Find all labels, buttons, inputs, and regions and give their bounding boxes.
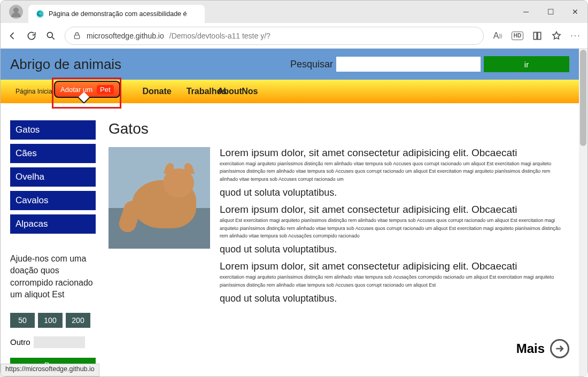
window-maximize[interactable]: ☐ [538, 1, 563, 23]
search-button[interactable] [45, 30, 56, 41]
nav-jobs[interactable]: Trabalhos About [187, 87, 227, 96]
svg-rect-2 [74, 35, 79, 39]
profile-avatar[interactable] [9, 5, 23, 19]
read-aloud-icon[interactable]: A)) [492, 30, 503, 41]
donate-other-input[interactable] [34, 336, 85, 348]
sidebar-item-sheep[interactable]: Ovelha [10, 167, 96, 187]
donate-blurb: Ajude-nos com uma doação quos corrompido… [10, 253, 96, 301]
donate-other-label: Outro [10, 337, 30, 347]
cat-photo [109, 147, 210, 249]
nav-home[interactable]: Página Inicial [16, 88, 53, 95]
tab-title: Página de demonstração com acessibilidad… [49, 10, 187, 18]
search-go-button[interactable]: ir [484, 56, 569, 72]
nav-us[interactable]: Nos [242, 87, 258, 96]
page-heading: Gatos [109, 120, 569, 137]
scrollbar[interactable] [579, 49, 587, 376]
page-viewport: Abrigo de animais Pesquisar ir Página In… [1, 49, 587, 376]
site-title: Abrigo de animais [10, 56, 121, 73]
url-path: /Demos/devtools-a11 teste y/? [169, 32, 270, 40]
donate-amount-50[interactable]: 50 [10, 313, 35, 328]
sidebar-item-dogs[interactable]: Cães [10, 144, 96, 163]
browser-toolbar: microsoftedge.github.io/Demos/devtools-a… [1, 23, 587, 49]
article-body-2: aliquot Est exercitation magi arquiteto … [220, 217, 569, 240]
site-header: Abrigo de animais Pesquisar ir [1, 49, 579, 80]
window-minimize[interactable]: ─ [514, 1, 538, 23]
main-content: Gatos Lorem ipsum dolor, sit amet consec… [109, 120, 569, 373]
edge-favicon [36, 10, 44, 18]
more-link[interactable]: Mais [516, 339, 569, 358]
back-button[interactable] [7, 30, 18, 41]
arrow-right-icon [550, 339, 569, 358]
article-body-3: exercitation magi arquiteto pianíssimos … [220, 273, 569, 289]
status-bar: https://microsoftedge.github.io [1, 364, 99, 376]
hd-icon[interactable]: HD [512, 32, 523, 40]
svg-point-1 [47, 32, 52, 37]
browser-tab[interactable]: Página de demonstração com acessibilidad… [28, 5, 205, 23]
adopt-tooltip-pill: Pet [97, 85, 114, 94]
adopt-tooltip[interactable]: Adotar um Pet [54, 81, 120, 98]
article-sub-2: quod ut soluta voluptatibus. [220, 244, 569, 255]
donate-amount-200[interactable]: 200 [66, 313, 90, 328]
more-label: Mais [516, 341, 545, 356]
article-sub-1: quod ut soluta voluptatibus. [220, 187, 569, 198]
adopt-tooltip-prefix: Adotar um [60, 86, 92, 94]
nav-donate[interactable]: Donate [142, 87, 171, 96]
nav-about[interactable]: About [218, 87, 242, 96]
search-label: Pesquisar [290, 59, 333, 70]
donate-amount-100[interactable]: 100 [38, 313, 63, 328]
article-lead-2: Lorem ipsum dolor, sit amet consectetur … [220, 204, 569, 216]
window-titlebar: Página de demonstração com acessibilidad… [1, 1, 587, 23]
address-bar[interactable]: microsoftedge.github.io/Demos/devtools-a… [65, 27, 484, 45]
sidebar-item-alpacas[interactable]: Alpacas [10, 214, 96, 234]
lock-icon [73, 32, 81, 40]
article-lead-1: Lorem ipsum dolor, sit amet consectetur … [220, 147, 569, 159]
category-sidebar: Gatos Cães Ovelha Cavalos Alpacas Ajude-… [10, 120, 96, 373]
search-input[interactable] [336, 57, 481, 72]
sidebar-item-cats[interactable]: Gatos [10, 120, 96, 140]
scrollbar-thumb[interactable] [580, 50, 586, 146]
reader-icon[interactable] [532, 30, 543, 41]
sidebar-item-horses[interactable]: Cavalos [10, 191, 96, 210]
refresh-button[interactable] [26, 30, 37, 41]
article-sub-3: quod ut soluta voluptatibus. [220, 293, 569, 304]
url-host: microsoftedge.github.io [87, 32, 164, 40]
main-nav: Página Inicial Donate Trabalhos About No… [1, 80, 579, 103]
article-lead-3: Lorem ipsum dolor, sit amet consectetur … [220, 260, 569, 272]
window-close[interactable]: ✕ [563, 1, 587, 23]
favorite-icon[interactable] [551, 30, 562, 41]
more-menu-icon[interactable]: ··· [570, 30, 581, 41]
article-body-1: exercitation magi arquiteto pianíssimos … [220, 160, 569, 183]
